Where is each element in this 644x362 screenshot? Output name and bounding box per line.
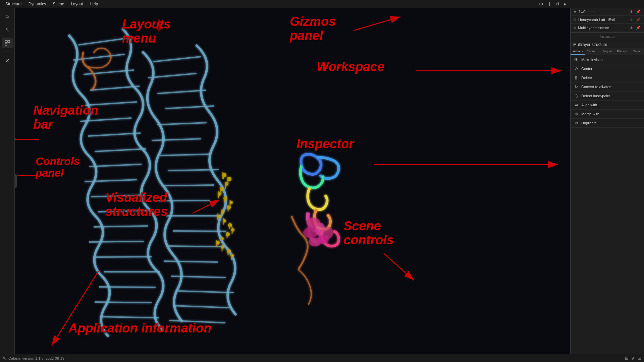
svg-line-21 <box>95 302 152 303</box>
inspector-title: Multilayer structure <box>571 40 644 48</box>
action-convert-all-atom[interactable]: ↻ Convert to all-atom <box>571 82 644 92</box>
tab-details[interactable]: Detail <box>629 48 644 55</box>
workspace-item-name-1w0u: 1w0u.pdb <box>579 10 627 14</box>
workspace-item-multilayer[interactable]: ⊘ Multilayer structure 👁 📌 <box>571 24 644 32</box>
delete-icon: 🗑 <box>574 75 579 80</box>
action-center[interactable]: ⊙ Center <box>571 64 644 73</box>
workspace-item-name-multilayer: Multilayer structure <box>578 26 627 30</box>
viewport[interactable]: Layouts menu Gizmos panel Workspace Navi… <box>15 8 570 354</box>
visibility-toggle-multilayer[interactable]: 👁 <box>629 25 634 30</box>
svg-point-54 <box>226 232 230 236</box>
grid-icon[interactable]: ⊞ <box>625 356 629 361</box>
convert-icon: ↻ <box>574 84 579 89</box>
gizmos-panel: ⚙ ✛ ↺ ● <box>535 0 570 8</box>
svg-rect-0 <box>5 41 7 43</box>
workspace-item-1w0u[interactable]: ★ 1w0u.pdb 👁 📌 <box>571 8 644 16</box>
svg-point-90 <box>324 227 333 239</box>
menu-item-structure[interactable]: Structure <box>3 1 24 7</box>
inspector-tabs: Actions Representa Sequer Placem Detail <box>571 48 644 55</box>
inspector-header: Inspector <box>571 33 644 40</box>
visibility-toggle-honeycomb[interactable]: 👁 <box>629 17 634 22</box>
action-duplicate[interactable]: ⧉ Duplicate <box>571 119 644 128</box>
fullscreen-icon[interactable]: ⊡ <box>638 356 641 361</box>
inspector-actions-list: 👁 Make invisible ⊙ Center 🗑 Delete ↻ Con… <box>571 55 644 128</box>
svg-rect-2 <box>5 43 7 45</box>
hexagon-icon: ⬡ <box>573 18 576 21</box>
statusbar-right: ⊞ ⇗ ⊡ <box>625 356 641 361</box>
tab-representation[interactable]: Representa <box>585 48 600 55</box>
svg-line-34 <box>173 231 226 231</box>
merge-icon: ⊕ <box>574 112 579 116</box>
svg-line-35 <box>168 246 222 247</box>
nav-transform[interactable] <box>2 38 13 48</box>
tab-placement[interactable]: Placem <box>614 48 629 55</box>
menu-item-dynamics[interactable]: Dynamics <box>26 1 49 7</box>
menu-item-help[interactable]: Help <box>87 1 101 7</box>
status-text: Catana, version 1.1.0 [2022-08-19] <box>8 356 65 360</box>
action-detect-base-pairs[interactable]: ⬡ Detect base-pairs <box>571 92 644 101</box>
eye-icon: 👁 <box>574 57 579 62</box>
star-icon: ★ <box>573 9 577 14</box>
tab-sequence[interactable]: Sequer <box>600 48 615 55</box>
svg-point-52 <box>228 223 232 227</box>
nav-close[interactable]: ✕ <box>2 55 13 66</box>
settings-icon[interactable]: ⚙ <box>539 1 543 7</box>
record-icon[interactable]: ● <box>564 1 566 7</box>
svg-point-88 <box>315 223 325 236</box>
action-make-invisible[interactable]: 👁 Make invisible <box>571 55 644 64</box>
structure-icon: ⊘ <box>573 26 576 29</box>
export-icon[interactable]: ⇗ <box>631 356 635 361</box>
svg-line-17 <box>89 241 144 242</box>
mouse-cursor-icon: ↖ <box>3 356 6 361</box>
align-icon: ⇌ <box>574 103 579 107</box>
molecular-visualization <box>15 8 570 354</box>
workspace-item-honeycomb[interactable]: ⬡ Honeycomb Latt. 15x9 👁 📌 <box>571 16 644 24</box>
svg-line-32 <box>158 200 210 201</box>
inspector-section: Inspector Multilayer structure Actions R… <box>571 32 644 362</box>
svg-line-20 <box>99 287 156 287</box>
right-panel: Workspace ★ 1w0u.pdb 👁 📌 ⬡ Honeycomb Lat… <box>570 0 644 362</box>
workspace-item-actions-honeycomb: 👁 📌 <box>629 17 641 22</box>
controls-panel-toggle[interactable] <box>15 174 17 188</box>
action-merge-with[interactable]: ⊕ Merge with... <box>571 110 644 119</box>
svg-point-58 <box>227 249 231 253</box>
pin-btn-1w0u[interactable]: 📌 <box>635 9 641 14</box>
add-icon[interactable]: ✛ <box>547 1 551 7</box>
refresh-icon[interactable]: ↺ <box>555 1 559 7</box>
center-icon: ⊙ <box>574 66 579 71</box>
pin-btn-honeycomb[interactable]: 📌 <box>635 17 641 22</box>
status-bar: ↖ Catana, version 1.1.0 [2022-08-19] ⊞ ⇗… <box>0 354 644 362</box>
menu-item-scene[interactable]: Scene <box>50 1 67 7</box>
menu-item-layout[interactable]: Layout <box>68 1 86 7</box>
svg-line-31 <box>163 185 214 186</box>
visibility-toggle-1w0u[interactable]: 👁 <box>629 9 634 14</box>
workspace-item-actions-1w0u: 👁 📌 <box>629 9 641 14</box>
workspace-item-name-honeycomb: Honeycomb Latt. 15x9 <box>578 18 627 22</box>
pin-btn-multilayer[interactable]: 📌 <box>635 25 641 30</box>
action-delete[interactable]: 🗑 Delete <box>571 73 644 82</box>
nav-home[interactable]: ⌂ <box>2 11 13 21</box>
navigation-bar: ⌂ ↖ ✕ <box>0 8 15 354</box>
detect-icon: ⬡ <box>574 94 579 98</box>
svg-rect-60 <box>223 175 224 179</box>
duplicate-icon: ⧉ <box>574 121 579 125</box>
tab-actions[interactable]: Actions <box>571 48 585 55</box>
svg-line-18 <box>96 257 152 257</box>
nav-cursor[interactable]: ↖ <box>2 24 13 35</box>
workspace-item-actions-multilayer: 👁 📌 <box>629 25 641 30</box>
svg-rect-1 <box>8 41 10 43</box>
action-align-with[interactable]: ⇌ Align with... <box>571 101 644 110</box>
